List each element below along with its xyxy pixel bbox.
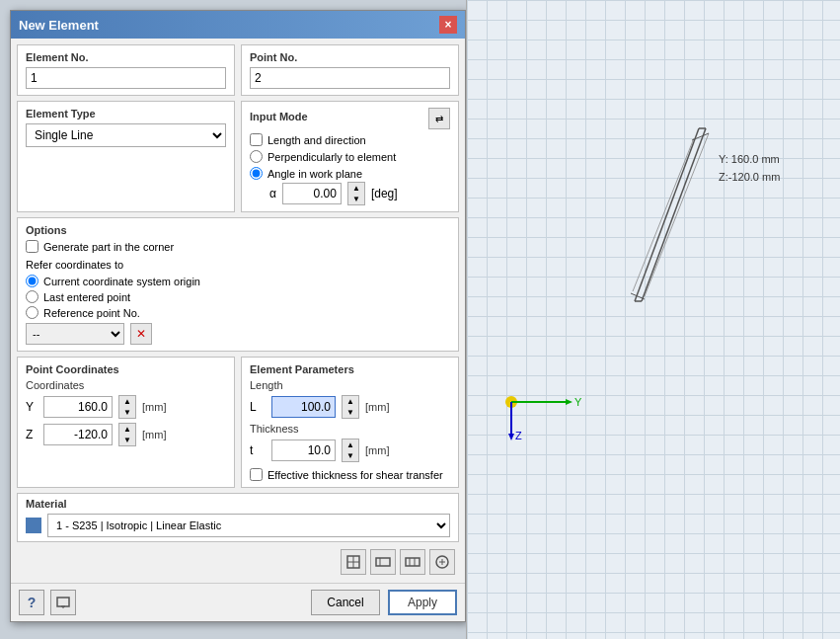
refer-reference-label: Reference point No.	[43, 307, 140, 319]
point-coords-label: Point Coordinates	[26, 363, 226, 375]
refer-last-item: Last entered point	[26, 290, 450, 303]
toolbar-btn-4[interactable]	[429, 549, 455, 575]
mid-row: Element Type Single Line Line Surface In…	[17, 101, 459, 212]
y-unit: [mm]	[142, 401, 166, 413]
toolbar-btn-2[interactable]	[370, 549, 396, 575]
input-mode-radios: Perpendicularly to element Angle in work…	[250, 150, 450, 180]
length-spin-up[interactable]: ▲	[343, 396, 358, 407]
toolbar-btn-3[interactable]	[400, 549, 425, 575]
refer-current-radio[interactable]	[26, 275, 38, 287]
dialog-body: Element No. Point No. Element Type Singl…	[11, 39, 465, 583]
z-spin-down[interactable]: ▼	[119, 435, 135, 445]
ref-clear-button[interactable]: ✕	[130, 323, 152, 345]
element-type-select[interactable]: Single Line Line Surface	[26, 123, 226, 147]
element-params-label: Element Parameters	[250, 363, 450, 375]
close-button[interactable]: ×	[439, 16, 457, 34]
length-sublabel: Length	[250, 379, 450, 391]
z-unit: [mm]	[142, 429, 166, 440]
element-no-panel: Element No.	[17, 44, 235, 96]
alpha-spin-down[interactable]: ▼	[348, 194, 364, 204]
z-spin-up[interactable]: ▲	[119, 424, 135, 435]
btn-bar-left: ?	[19, 590, 76, 615]
alpha-spin-up[interactable]: ▲	[348, 183, 364, 194]
svg-rect-5	[406, 558, 420, 566]
cancel-button[interactable]: Cancel	[311, 590, 380, 615]
material-color-swatch	[26, 518, 41, 533]
toolbar-row	[17, 547, 459, 577]
thickness-spin-down[interactable]: ▼	[343, 450, 358, 461]
element-no-input[interactable]	[26, 67, 226, 89]
alpha-spin: ▲ ▼	[347, 182, 365, 205]
alpha-label: α	[269, 187, 276, 200]
y-spin-up[interactable]: ▲	[119, 396, 135, 407]
length-axis-label: L	[250, 400, 266, 414]
apply-button[interactable]: Apply	[388, 590, 457, 615]
z-coord-row: Z ▲ ▼ [mm]	[26, 423, 226, 446]
coords-sublabel: Coordinates	[26, 379, 226, 391]
input-mode-header: Input Mode ⇄	[250, 108, 450, 129]
generate-corner-checkbox[interactable]	[26, 240, 38, 253]
length-spin-down[interactable]: ▼	[343, 407, 358, 418]
effective-label: Effective thickness for shear transfer	[267, 469, 443, 481]
length-dir-item: Length and direction	[250, 133, 450, 146]
perp-label: Perpendicularly to element	[267, 151, 396, 163]
svg-marker-23	[566, 399, 573, 405]
material-section: Material 1 - S235 | Isotropic | Linear E…	[17, 493, 459, 542]
element-type-label: Element Type	[26, 108, 226, 120]
y-spin-down[interactable]: ▼	[119, 407, 135, 418]
length-input[interactable]	[271, 396, 336, 418]
thickness-input[interactable]	[271, 439, 336, 461]
alpha-input[interactable]	[282, 183, 342, 204]
length-dir-checkbox[interactable]	[250, 133, 263, 146]
thickness-spin-up[interactable]: ▲	[343, 439, 358, 450]
angle-label: Angle in work plane	[267, 168, 362, 180]
refer-reference-radio[interactable]	[26, 306, 38, 319]
svg-text:Y: Y	[574, 396, 582, 408]
refer-current-item: Current coordinate system origin	[26, 275, 450, 287]
refer-last-radio[interactable]	[26, 290, 38, 303]
point-no-input[interactable]	[250, 67, 450, 89]
point-no-label: Point No.	[250, 51, 450, 63]
alpha-row: α ▲ ▼ [deg]	[269, 182, 450, 205]
thickness-unit: [mm]	[365, 444, 389, 456]
point-no-panel: Point No.	[241, 44, 459, 96]
generate-corner-label: Generate part in the corner	[43, 241, 174, 253]
effective-checkbox[interactable]	[250, 468, 263, 481]
refer-last-label: Last entered point	[43, 291, 130, 303]
angle-radio[interactable]	[250, 167, 263, 180]
element-type-panel: Element Type Single Line Line Surface	[17, 101, 235, 212]
viewport: Y: 160.0 mm Z:-120.0 mm Y Z	[466, 0, 840, 639]
alpha-unit: [deg]	[371, 187, 398, 200]
y-coord-spin: ▲ ▼	[118, 395, 136, 419]
y-axis-label: Y	[26, 400, 38, 414]
refer-ref-item: Reference point No.	[26, 306, 450, 319]
refer-section: Refer coordinates to Current coordinate …	[26, 259, 450, 345]
perp-radio-item: Perpendicularly to element	[250, 150, 450, 163]
thickness-axis-label: t	[250, 443, 266, 457]
z-coord-input[interactable]	[43, 424, 113, 445]
material-label: Material	[26, 498, 450, 510]
svg-line-19	[645, 133, 709, 296]
help-button[interactable]: ?	[19, 590, 44, 615]
y-coord-input[interactable]	[43, 396, 113, 418]
refer-label: Refer coordinates to	[26, 259, 450, 271]
title-bar: New Element ×	[11, 11, 465, 39]
btn-bar-right: Cancel Apply	[311, 590, 457, 615]
new-element-dialog: New Element × Element No. Point No. Elem…	[10, 10, 466, 622]
perp-radio[interactable]	[250, 150, 263, 163]
thickness-spin: ▲ ▼	[342, 439, 359, 462]
element-no-label: Element No.	[26, 51, 226, 63]
length-unit: [mm]	[365, 401, 389, 413]
ref-dropdown[interactable]: --	[26, 323, 124, 345]
input-mode-icon-btn[interactable]: ⇄	[428, 108, 450, 129]
top-row: Element No. Point No.	[17, 44, 459, 96]
screen-button[interactable]	[50, 590, 76, 615]
toolbar-btn-1[interactable]	[341, 549, 366, 575]
options-panel: Options Generate part in the corner Refe…	[17, 217, 459, 352]
material-select[interactable]: 1 - S235 | Isotropic | Linear Elastic	[47, 514, 450, 537]
z-axis-label: Z	[26, 428, 38, 441]
svg-text:Z: Z	[515, 430, 522, 441]
refer-row: -- ✕	[26, 323, 450, 345]
effective-row: Effective thickness for shear transfer	[250, 468, 450, 481]
angle-radio-item: Angle in work plane	[250, 167, 450, 180]
